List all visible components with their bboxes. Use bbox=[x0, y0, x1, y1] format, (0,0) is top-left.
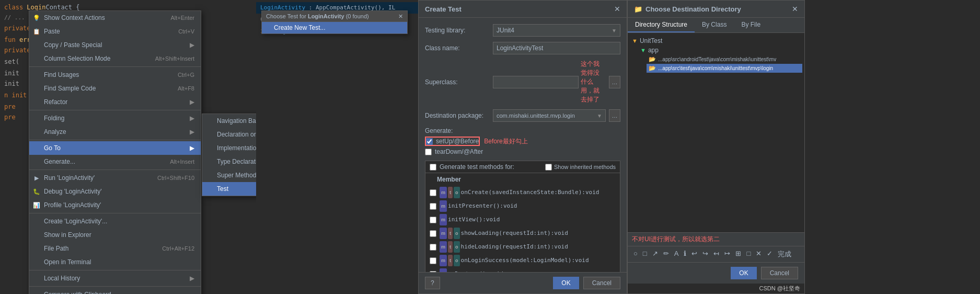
class-name-input[interactable] bbox=[493, 42, 620, 54]
dest-ok-button[interactable]: OK bbox=[731, 267, 756, 279]
goto-submenu[interactable]: Navigation Bar Alt+Home Declaration or U… bbox=[202, 114, 256, 196]
cm-create[interactable]: Create 'LoginActivity'... bbox=[29, 214, 201, 228]
method-row-0[interactable]: m t o onCreate(savedInstanceState:Bundle… bbox=[425, 186, 620, 199]
cancel-button[interactable]: Cancel bbox=[583, 277, 620, 289]
help-button[interactable]: ? bbox=[425, 277, 440, 289]
tree-android-test[interactable]: 📂 ...app\src\androidTest\java\com\mishak… bbox=[647, 55, 802, 64]
methods-header-label: Generate test methods for: bbox=[440, 163, 545, 171]
sub-decl-usages[interactable]: Declaration or Usages F3 bbox=[202, 128, 256, 141]
methods-select-all[interactable] bbox=[430, 164, 436, 171]
cm-run[interactable]: ▶ Run 'LoginActivity' Ctrl+Shift+F10 bbox=[29, 171, 201, 185]
cm-local-history[interactable]: Local History ▶ bbox=[29, 272, 201, 285]
setup-note: Before最好勾上 bbox=[484, 137, 527, 146]
cm-debug[interactable]: 🐛 Debug 'LoginActivity' bbox=[29, 185, 201, 198]
superclass-input[interactable] bbox=[493, 76, 579, 88]
tool-close[interactable]: ✕ bbox=[754, 248, 763, 260]
class-name-label: Class name: bbox=[425, 44, 493, 52]
cm-analyze[interactable]: Analyze ▶ bbox=[29, 125, 201, 139]
show-inherited-checkbox[interactable] bbox=[545, 164, 552, 171]
tree-unittest[interactable]: ▼ UnitTest bbox=[630, 36, 802, 46]
sub-super-method[interactable]: Super Method bbox=[202, 168, 256, 182]
testing-library-select[interactable]: JUnit4 ▼ bbox=[493, 24, 620, 37]
cm-sep5 bbox=[29, 213, 201, 213]
cm-sep1 bbox=[29, 66, 201, 67]
cm-show-context[interactable]: 💡 Show Context Actions Alt+Enter bbox=[29, 11, 201, 25]
tool-circle[interactable]: ○ bbox=[632, 248, 639, 260]
cm-sep6 bbox=[29, 270, 201, 270]
tool-right[interactable]: ↦ bbox=[723, 248, 732, 260]
cm-refactor[interactable]: Refactor ▶ bbox=[29, 95, 201, 109]
superclass-note: 这个我觉得没什么用，就去掉了 bbox=[581, 60, 605, 104]
tool-arrow[interactable]: ↗ bbox=[651, 248, 660, 260]
cm-paste[interactable]: 📋 Paste Ctrl+V bbox=[29, 25, 201, 38]
testing-library-label: Testing library: bbox=[425, 27, 493, 34]
generate-label: Generate: bbox=[425, 127, 620, 134]
tool-done[interactable]: 完成 bbox=[776, 248, 793, 260]
test-folder-icon: 📂 bbox=[649, 65, 656, 72]
cm-generate[interactable]: Generate... Alt+Insert bbox=[29, 155, 201, 168]
dialog-close-btn[interactable]: ✕ bbox=[614, 5, 620, 13]
method-cb-3[interactable] bbox=[430, 230, 436, 237]
create-test-dialog: Create Test ✕ Testing library: JUnit4 ▼ … bbox=[418, 0, 627, 294]
folder-icon: 📁 bbox=[634, 5, 642, 13]
method-row-6[interactable]: m onDestroy():void bbox=[425, 267, 620, 272]
tool-check[interactable]: ✓ bbox=[765, 248, 774, 260]
tool-text[interactable]: A bbox=[673, 248, 681, 260]
cm-profile[interactable]: 📊 Profile 'LoginActivity' bbox=[29, 198, 201, 212]
method-cb-5[interactable] bbox=[430, 257, 436, 264]
sub-type-decl[interactable]: Type Declaration bbox=[202, 155, 256, 168]
method-row-4[interactable]: m t o hideLoading(requestId:int):void bbox=[425, 240, 620, 254]
create-new-test-item[interactable]: ✚ Create New Test... bbox=[262, 22, 407, 33]
superclass-more-btn[interactable]: … bbox=[609, 76, 620, 88]
method-row-2[interactable]: m initView():void bbox=[425, 213, 620, 227]
method-row-1[interactable]: m initPresenter():void bbox=[425, 199, 620, 213]
tool-edit[interactable]: ✏ bbox=[662, 248, 671, 260]
ok-button[interactable]: OK bbox=[553, 277, 579, 289]
methods-header: Generate test methods for: Show inherite… bbox=[425, 161, 620, 173]
method-cb-0[interactable] bbox=[430, 189, 436, 196]
tool-window[interactable]: □ bbox=[745, 248, 752, 260]
tab-directory-structure[interactable]: Directory Structure bbox=[628, 18, 695, 32]
tree-app[interactable]: ▼ app bbox=[638, 46, 802, 55]
chevron-down-icon: ▼ bbox=[612, 28, 617, 33]
popup-close-btn[interactable]: ✕ bbox=[398, 13, 403, 20]
method-cb-2[interactable] bbox=[430, 217, 436, 223]
editor-panel-2: LoginActivity : AppCompatActivity(), IL … bbox=[256, 0, 418, 294]
sub-implementations[interactable]: Implementation(s) Ctrl+T bbox=[202, 141, 256, 155]
sub-nav-bar[interactable]: Navigation Bar Alt+Home bbox=[202, 114, 256, 128]
teardown-checkbox[interactable] bbox=[425, 149, 432, 155]
cm-file-path[interactable]: File Path Ctrl+Alt+F12 bbox=[29, 242, 201, 255]
dest-close-btn[interactable]: ✕ bbox=[792, 5, 798, 13]
tool-info[interactable]: ℹ bbox=[682, 248, 688, 260]
tool-square[interactable]: □ bbox=[641, 248, 649, 260]
cm-compare-clipboard[interactable]: Compare with Clipboard bbox=[29, 288, 201, 294]
cm-open-terminal[interactable]: Open in Terminal bbox=[29, 255, 201, 269]
tool-undo[interactable]: ↩ bbox=[690, 248, 699, 260]
tab-by-class[interactable]: By Class bbox=[695, 18, 734, 32]
method-cb-4[interactable] bbox=[430, 244, 436, 251]
cm-find-usages[interactable]: Find Usages Ctrl+G bbox=[29, 68, 201, 82]
setup-checkbox[interactable] bbox=[426, 138, 433, 145]
dest-package-more-btn[interactable]: … bbox=[609, 109, 620, 122]
dest-package-select[interactable]: com.mishaki.unittest.mvp.login ▼ bbox=[493, 109, 606, 122]
method-row-5[interactable]: m t o onLoginSuccess(model:LoginModel):v… bbox=[425, 254, 620, 267]
class-name-row: Class name: bbox=[425, 42, 620, 54]
tool-left[interactable]: ↤ bbox=[712, 248, 721, 260]
tree-test-selected[interactable]: 📂 ...app\src\test\java\com\mishaki\unitt… bbox=[647, 64, 802, 73]
cm-find-sample[interactable]: Find Sample Code Alt+F8 bbox=[29, 82, 201, 95]
tool-grid[interactable]: ⊞ bbox=[734, 248, 743, 260]
dest-cancel-button[interactable]: Cancel bbox=[761, 267, 798, 279]
tool-redo[interactable]: ↪ bbox=[701, 248, 710, 260]
cm-goto[interactable]: Go To ▶ bbox=[29, 141, 201, 155]
cm-column-selection[interactable]: Column Selection Mode Alt+Shift+Insert bbox=[29, 52, 201, 65]
cm-copy-paste-special[interactable]: Copy / Paste Special ▶ bbox=[29, 38, 201, 52]
choose-destination-dialog: 📁 Choose Destination Directory ✕ Directo… bbox=[627, 0, 805, 294]
method-cb-1[interactable] bbox=[430, 203, 436, 210]
cm-folding[interactable]: Folding ▶ bbox=[29, 111, 201, 125]
cm-show-explorer[interactable]: Show in Explorer bbox=[29, 228, 201, 242]
context-menu[interactable]: 💡 Show Context Actions Alt+Enter 📋 Paste… bbox=[29, 10, 201, 294]
method-row-3[interactable]: m t o showLoading(requestId:int):void bbox=[425, 227, 620, 240]
tab-by-file[interactable]: By File bbox=[734, 18, 768, 32]
choose-test-popup[interactable]: Choose Test for LoginActivity (0 found) … bbox=[261, 10, 408, 34]
sub-test[interactable]: Test bbox=[202, 182, 256, 196]
